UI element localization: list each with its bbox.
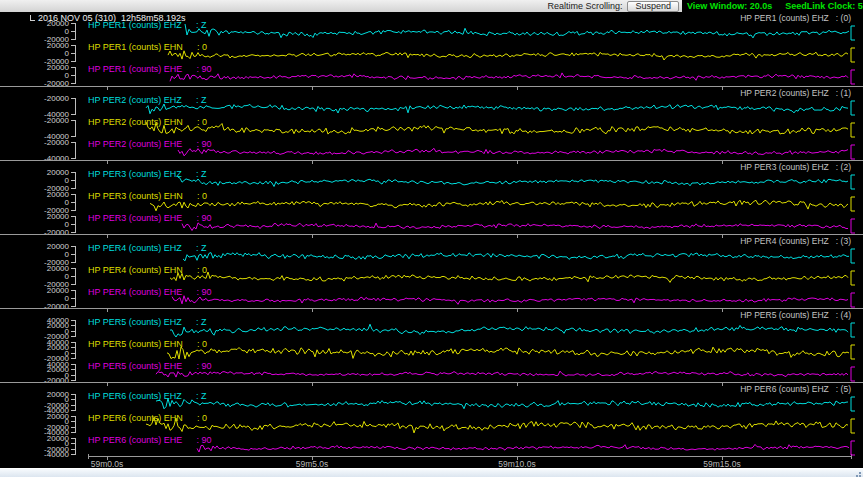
suspend-button[interactable]: Suspend [627, 1, 679, 12]
channel-name-text: HP PER6 (counts) EHN [88, 413, 183, 423]
channel-name-text: HP PER4 (counts) EHE [88, 287, 182, 297]
waveform-polyline [170, 272, 848, 282]
channel-row-per5-ehz: 40000200000-20000HP PER5 (counts) EHZ: Z [0, 317, 863, 339]
waveform-polyline [172, 296, 848, 305]
channel-row-per4-ehe: 200000-20000HP PER4 (counts) EHE: 90 [0, 287, 863, 309]
channel-name-text: HP PER5 (counts) EHE [88, 361, 182, 371]
channel-name-text: HP PER4 (counts) EHN [88, 265, 183, 275]
channel-orientation: : 90 [196, 361, 211, 371]
panel-separator-tick [312, 309, 313, 312]
channel-orientation: : 90 [196, 435, 211, 445]
channel-orientation: : 90 [196, 287, 211, 297]
channel-orientation: : 0 [197, 265, 207, 275]
channel-row-per1-ehz: 200000-20000HP PER1 (counts) EHZ: Z [0, 20, 863, 42]
channel-label: HP PER3 (counts) EHZ: Z [88, 169, 206, 179]
panel-per6: HP PER6 (counts) EHZ : (5)200000-20000-4… [0, 382, 863, 456]
panel-per3: HP PER3 (counts) EHZ : (2)200000-20000HP… [0, 160, 863, 234]
channel-label: HP PER1 (counts) EHN: 0 [88, 42, 207, 52]
channel-label: HP PER5 (counts) EHN: 0 [88, 339, 207, 349]
waveform-polyline [146, 104, 848, 114]
channel-orientation: : Z [196, 317, 207, 327]
toolbar: Realtime Scrolling: Suspend View Window:… [0, 0, 863, 12]
channel-row-per4-ehz: 200000-20000HP PER4 (counts) EHZ: Z [0, 243, 863, 265]
trace-end-bracket-icon [851, 175, 855, 189]
channel-orientation: : 90 [196, 64, 211, 74]
channel-name-text: HP PER3 (counts) EHN [88, 191, 183, 201]
panel-separator-tick [312, 161, 313, 164]
panel-separator-tick [722, 383, 723, 386]
channel-name-text: HP PER2 (counts) EHN [88, 117, 183, 127]
channel-orientation: : 0 [197, 191, 207, 201]
panel-separator-tick [312, 87, 313, 90]
waveform-polyline [168, 51, 848, 60]
channel-row-per2-ehe: -20000-40000HP PER2 (counts) EHE: 90 [0, 139, 863, 161]
channel-name-text: HP PER1 (counts) EHN [88, 42, 183, 52]
app-window: Realtime Scrolling: Suspend View Window:… [0, 0, 863, 477]
panel-separator-tick [722, 309, 723, 312]
trace-end-bracket-icon [851, 323, 855, 337]
channel-row-per2-ehz: -20000-40000HP PER2 (counts) EHZ: Z [0, 95, 863, 117]
channel-row-per6-ehe: 200000-20000-40000HP PER6 (counts) EHE: … [0, 435, 863, 457]
waveform-polyline [150, 200, 848, 211]
panel-separator-tick [517, 87, 518, 90]
channel-name-text: HP PER1 (counts) EHZ [88, 20, 182, 30]
channel-orientation: : 0 [197, 339, 207, 349]
channel-label: HP PER2 (counts) EHE: 90 [88, 139, 211, 149]
channel-row-per5-ehn: 40000200000-20000HP PER5 (counts) EHN: 0 [0, 339, 863, 361]
channel-name-text: HP PER2 (counts) EHZ [88, 95, 182, 105]
channel-row-per5-ehe: 40000200000-20000HP PER5 (counts) EHE: 9… [0, 361, 863, 383]
bottom-strip [0, 468, 863, 477]
trace-end-bracket-icon [851, 48, 855, 62]
seedlink-clock-value: SeedLink Clock: 5 Nov 2016 12:59:18 GMT [785, 1, 863, 11]
panel-separator-tick [107, 309, 108, 312]
view-window-value: View Window: 20.0s [687, 1, 772, 11]
channel-name-text: HP PER2 (counts) EHE [88, 139, 182, 149]
channel-row-per3-ehe: 200000-20000HP PER3 (counts) EHE: 90 [0, 213, 863, 235]
panel-separator-tick [517, 309, 518, 312]
channel-label: HP PER4 (counts) EHZ: Z [88, 243, 206, 253]
channel-label: HP PER6 (counts) EHZ: Z [88, 391, 206, 401]
waveform-polyline [183, 253, 849, 261]
panel-separator-tick [107, 87, 108, 90]
channel-row-per1-ehe: 200000-20000HP PER1 (counts) EHE: 90 [0, 64, 863, 86]
trace-end-bracket-icon [851, 249, 855, 263]
channel-name-text: HP PER6 (counts) EHE [88, 435, 182, 445]
trace-end-bracket-icon [851, 367, 855, 381]
channel-orientation: : Z [196, 169, 207, 179]
panel-per4: HP PER4 (counts) EHZ : (3)200000-20000HP… [0, 234, 863, 308]
panel-per2: HP PER2 (counts) EHZ : (1)-20000-40000HP… [0, 86, 863, 160]
waveform-polyline [170, 73, 848, 81]
channel-label: HP PER2 (counts) EHN: 0 [88, 117, 207, 127]
panel-separator-tick [312, 235, 313, 238]
trace-end-bracket-icon [851, 441, 855, 455]
waveform-polyline [156, 371, 848, 377]
trace-end-bracket-icon [851, 123, 855, 137]
channel-orientation: : Z [196, 20, 207, 30]
channel-orientation: : Z [196, 95, 207, 105]
channel-name-text: HP PER1 (counts) EHE [88, 64, 182, 74]
waveform-polyline [185, 24, 849, 38]
channel-name-text: HP PER4 (counts) EHZ [88, 243, 182, 253]
trace-end-bracket-icon [851, 345, 855, 359]
waveform-polyline [178, 148, 848, 156]
panel-separator-tick [722, 161, 723, 164]
panel-separator-tick [517, 383, 518, 386]
time-axis: 59m0.0s59m5.0s59m10.0s59m15.0s [0, 456, 863, 468]
channel-orientation: : Z [196, 243, 207, 253]
panel-separator-tick [722, 87, 723, 90]
channel-name-text: HP PER5 (counts) EHZ [88, 317, 182, 327]
realtime-scrolling-label: Realtime Scrolling: [547, 1, 622, 11]
trace-end-bracket-icon [851, 197, 855, 211]
resize-grip-icon[interactable] [854, 470, 861, 477]
channel-row-per6-ehz: 200000-20000-40000HP PER6 (counts) EHZ: … [0, 391, 863, 413]
channel-label: HP PER3 (counts) EHN: 0 [88, 191, 207, 201]
panel-per5: HP PER5 (counts) EHZ : (4)40000200000-20… [0, 308, 863, 382]
waveform-polyline [156, 399, 848, 409]
panel-per1: 2016 NOV 05 (310) 12h58m58.192sHP PER1 (… [0, 12, 863, 86]
channel-label: HP PER6 (counts) EHN: 0 [88, 413, 207, 423]
channel-orientation: : 0 [197, 117, 207, 127]
channel-name-text: HP PER3 (counts) EHE [88, 213, 182, 223]
channel-orientation: : 0 [197, 42, 207, 52]
panel-separator-tick [517, 161, 518, 164]
channel-label: HP PER1 (counts) EHZ: Z [88, 20, 206, 30]
